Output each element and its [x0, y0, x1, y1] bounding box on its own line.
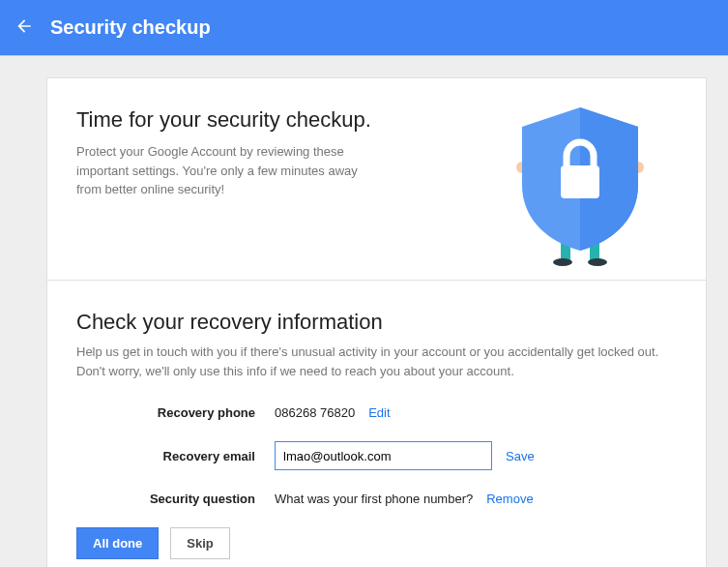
- intro-text: Time for your security checkup. Protect …: [76, 107, 483, 270]
- app-header: Security checkup: [0, 0, 728, 56]
- edit-phone-link[interactable]: Edit: [368, 405, 390, 420]
- recovery-heading: Check your recovery information: [76, 310, 677, 335]
- remove-question-link[interactable]: Remove: [486, 492, 533, 506]
- intro-heading: Time for your security checkup.: [76, 107, 483, 133]
- shield-illustration: [483, 107, 677, 270]
- recovery-email-row: Recovery email Save: [76, 441, 677, 470]
- recovery-phone-label: Recovery phone: [76, 405, 275, 420]
- security-question-row: Security question What was your first ph…: [76, 492, 677, 506]
- save-email-link[interactable]: Save: [506, 449, 535, 463]
- shield-lock-icon: [512, 107, 648, 270]
- back-button[interactable]: [10, 14, 39, 43]
- skip-button[interactable]: Skip: [170, 527, 229, 559]
- recovery-email-label: Recovery email: [76, 449, 275, 463]
- security-question-label: Security question: [76, 492, 275, 506]
- intro-subtext: Protect your Google Account by reviewing…: [76, 142, 386, 199]
- svg-rect-6: [561, 165, 599, 198]
- all-done-button[interactable]: All done: [76, 527, 159, 559]
- svg-point-3: [588, 258, 607, 266]
- recovery-email-input[interactable]: [275, 441, 492, 470]
- page-title: Security checkup: [50, 16, 211, 39]
- recovery-phone-value: 086268 76820: [275, 405, 355, 420]
- main-card: Time for your security checkup. Protect …: [46, 77, 707, 567]
- security-question-value: What was your first phone number?: [275, 492, 473, 506]
- svg-point-2: [553, 258, 572, 266]
- recovery-subtext: Help us get in touch with you if there's…: [76, 343, 677, 380]
- action-buttons: All done Skip: [76, 527, 677, 559]
- intro-section: Time for your security checkup. Protect …: [47, 78, 706, 281]
- recovery-phone-row: Recovery phone 086268 76820 Edit: [76, 405, 677, 420]
- recovery-section: Check your recovery information Help us …: [47, 281, 706, 567]
- arrow-left-icon: [15, 16, 34, 39]
